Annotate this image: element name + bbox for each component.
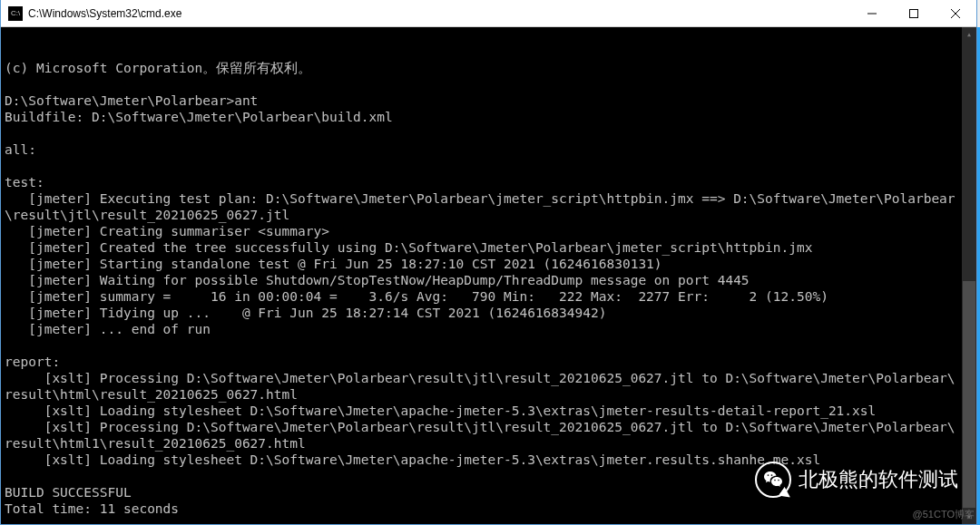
maximize-button[interactable]	[893, 0, 935, 26]
terminal-line: [jmeter] Starting standalone test @ Fri …	[5, 256, 976, 272]
terminal-line	[5, 517, 976, 524]
terminal-line: [jmeter] Tidying up ... @ Fri Jun 25 18:…	[5, 305, 976, 321]
terminal-line: [jmeter] Waiting for possible Shutdown/S…	[5, 272, 976, 288]
terminal-line: [jmeter] Executing test plan: D:\Softwar…	[5, 190, 976, 207]
close-button[interactable]	[935, 0, 976, 26]
terminal-line: Buildfile: D:\Software\Jmeter\Polarbear\…	[5, 109, 976, 125]
terminal-line: [jmeter] ... end of run	[5, 321, 976, 337]
watermark-wechat: 北极熊的软件测试	[755, 462, 958, 498]
window-title: C:\Windows\System32\cmd.exe	[28, 7, 851, 20]
scroll-thumb[interactable]	[963, 281, 975, 508]
terminal-line: [xslt] Loading stylesheet D:\Software\Jm…	[5, 403, 976, 419]
terminal-line: [jmeter] summary = 16 in 00:00:04 = 3.6/…	[5, 288, 976, 305]
terminal-line: [jmeter] Created the tree successfully u…	[5, 239, 976, 256]
terminal-line: all:	[5, 141, 976, 158]
terminal-area[interactable]: (c) Microsoft Corporation。保留所有权利。 D:\Sof…	[1, 27, 976, 524]
terminal-output: (c) Microsoft Corporation。保留所有权利。 D:\Sof…	[1, 60, 976, 524]
terminal-line: test:	[5, 174, 976, 190]
terminal-line: D:\Software\Jmeter\Polarbear>ant	[5, 92, 976, 109]
watermark-corner: @51CTO博客	[913, 508, 975, 521]
terminal-line	[5, 76, 976, 92]
terminal-line	[5, 158, 976, 174]
wechat-icon	[755, 462, 791, 498]
terminal-line: \result\jtl\result_20210625_0627.jtl	[5, 207, 976, 223]
terminal-line	[5, 337, 976, 354]
cmd-window: C:\ C:\Windows\System32\cmd.exe (c) Micr…	[0, 0, 977, 525]
terminal-line: report:	[5, 354, 976, 370]
terminal-line: Total time: 11 seconds	[5, 501, 976, 517]
terminal-line	[5, 125, 976, 141]
titlebar[interactable]: C:\ C:\Windows\System32\cmd.exe	[1, 0, 976, 27]
scrollbar-vertical[interactable]: ▴ ▾	[962, 27, 976, 524]
cmd-icon: C:\	[8, 6, 23, 21]
svg-rect-1	[910, 9, 918, 17]
terminal-line: (c) Microsoft Corporation。保留所有权利。	[5, 60, 976, 76]
terminal-line: [jmeter] Creating summariser <summary>	[5, 223, 976, 239]
minimize-button[interactable]	[851, 0, 893, 26]
terminal-line: result\html1\result_20210625_0627.html	[5, 435, 976, 452]
watermark-text: 北极熊的软件测试	[799, 466, 958, 493]
scroll-up-icon[interactable]: ▴	[962, 27, 976, 42]
terminal-line: [xslt] Processing D:\Software\Jmeter\Pol…	[5, 370, 976, 386]
terminal-line: [xslt] Processing D:\Software\Jmeter\Pol…	[5, 419, 976, 435]
window-controls	[851, 0, 976, 26]
terminal-line: result\html\result_20210625_0627.html	[5, 386, 976, 403]
